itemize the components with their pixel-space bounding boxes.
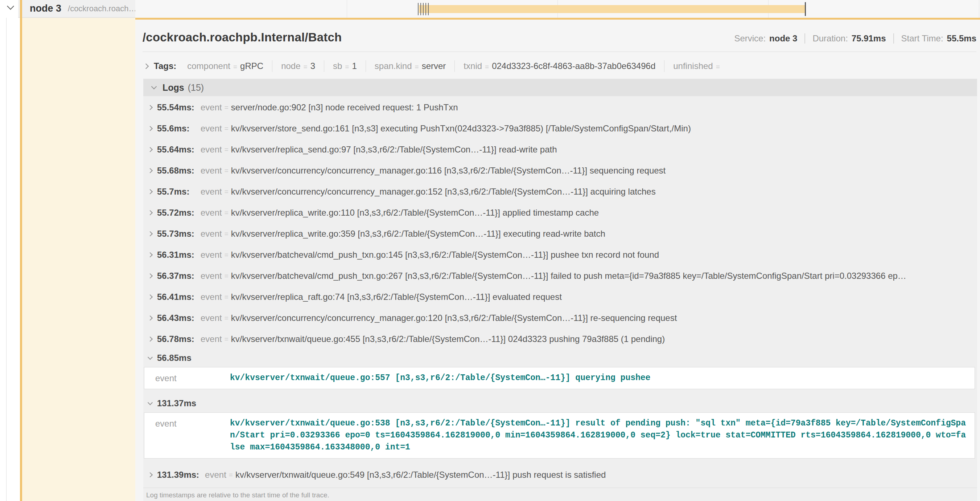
log-equals: = [224,230,229,238]
log-equals: = [224,335,229,343]
span-name-cell[interactable]: node 3 /cockroach.roach… [18,0,135,18]
log-row[interactable]: 55.54ms: event = server/node.go:902 [n3]… [143,97,977,118]
tag-item: unfinished = [664,60,732,72]
log-equals: = [224,104,229,112]
meta-label: Start Time: [901,34,943,43]
tags-toggle[interactable]: Tags: [144,61,176,71]
log-field-value: kv/kvserver/concurrency/concurrency_mana… [231,313,677,323]
tag-value: gRPC [240,61,263,71]
log-row-expanded-header[interactable]: 131.37ms [143,395,977,412]
log-row-expanded-header[interactable]: 56.85ms [143,349,977,366]
log-field-value: kv/kvserver/replica_write.go:359 [n3,s3,… [231,229,605,239]
chevron-right-icon [148,316,153,321]
log-row[interactable]: 55.68ms: event = kv/kvserver/concurrency… [143,160,977,181]
log-field-value: kv/kvserver/batcheval/cmd_push_txn.go:14… [231,250,659,260]
chevron-right-icon [148,337,153,341]
tag-item: node = 3 [272,60,324,72]
log-timestamp: 55.72ms: [157,207,195,218]
log-field-value: kv/kvserver/concurrency/concurrency_mana… [231,187,656,197]
log-row[interactable]: 56.37ms: event = kv/kvserver/batcheval/c… [143,265,977,286]
log-field-value: kv/kvserver/txnwait/queue.go:538 [n3,s3,… [230,418,968,453]
span-color-accent [20,0,22,501]
expanded-row-background [22,18,135,501]
log-equals: = [224,188,229,196]
log-timestamp: 55.64ms: [157,145,195,155]
log-field-key: event [144,418,230,453]
tag-equals: = [485,63,489,71]
log-entry-expanded: 131.37ms event kv/kvserver/txnwait/queue… [143,395,977,458]
log-field-value: kv/kvserver/concurrency/concurrency_mana… [231,166,665,176]
log-row[interactable]: 55.7ms: event = kv/kvserver/concurrency/… [143,181,977,202]
tag-value: 3 [310,61,315,71]
log-equals: = [224,209,229,217]
logs-count: (15) [188,82,204,93]
tag-item: span.kind = server [366,60,455,72]
log-field-value: server/node.go:902 [n3] node received re… [231,102,458,113]
log-row[interactable]: 55.72ms: event = kv/kvserver/replica_wri… [143,202,977,223]
log-marker-tick [428,3,429,15]
log-timestamp: 56.43ms: [157,313,195,323]
log-equals: = [229,471,233,479]
chevron-right-icon [148,472,153,477]
chevron-right-icon [148,189,153,194]
span-bar[interactable] [419,5,805,13]
meta-item: Service: node 3 [734,34,797,43]
log-equals: = [224,145,229,153]
tag-item: component = gRPC [178,60,272,72]
log-timestamp: 55.54ms: [157,102,195,113]
meta-value: 75.91ms [852,34,886,43]
timeline-ruler: 75.91ms [135,0,980,18]
log-entry-expanded: 56.85ms event kv/kvserver/txnwait/queue.… [143,349,977,389]
log-timestamp: 56.85ms [157,353,191,363]
span-meta: Service: node 3 Duration: 75.91ms Start … [734,34,976,43]
tree-guide-line [6,0,6,501]
log-row[interactable]: 56.78ms: event = kv/kvserver/txnwait/que… [143,329,977,349]
log-field-value: kv/kvserver/txnwait/queue.go:557 [n3,s3,… [230,372,650,384]
log-field-key: event [205,470,226,480]
log-marker-tick-end [805,2,806,16]
log-row[interactable]: 55.73ms: event = kv/kvserver/replica_wri… [143,223,977,244]
log-equals: = [224,124,229,132]
tag-equals: = [716,63,720,71]
log-row[interactable]: 55.64ms: event = kv/kvserver/replica_sen… [143,139,977,160]
log-field-value: kv/kvserver/replica_send.go:97 [n3,s3,r6… [231,145,557,155]
log-field-key: event [200,187,222,197]
log-timestamp: 56.37ms: [157,271,195,281]
meta-value: node 3 [769,34,797,43]
chevron-down-icon [148,400,153,405]
log-field-key: event [200,292,222,302]
span-detail-panel: /cockroach.roachpb.Internal/Batch Servic… [135,18,980,501]
log-timestamp: 55.7ms: [157,187,195,197]
log-field-value: kv/kvserver/batcheval/cmd_push_txn.go:26… [231,271,906,281]
tag-item: txnid = 024d3323-6c8f-4863-aa8b-37ab0e63… [455,60,664,72]
log-row[interactable]: 56.43ms: event = kv/kvserver/concurrency… [143,308,977,329]
log-row[interactable]: 56.41ms: event = kv/kvserver/replica_raf… [143,286,977,308]
tag-item: sb = 1 [324,60,366,72]
ruler-gridline [979,0,979,18]
log-field-value: kv/kvserver/txnwait/queue.go:549 [n3,s3,… [235,470,606,480]
log-field-value: kv/kvserver/replica_raft.go:74 [n3,s3,r6… [231,292,562,302]
log-marker-tick [420,3,421,15]
trace-row: node 3 /cockroach.roach… 75.91ms [0,0,980,18]
log-field-key: event [200,166,222,176]
log-field-value: kv/kvserver/store_send.go:161 [n3,s3] ex… [231,123,691,134]
logs-header[interactable]: Logs (15) [143,79,977,96]
log-timestamp: 56.31ms: [157,250,195,260]
log-field-key: event [200,334,222,344]
log-timestamp: 131.39ms: [157,470,199,480]
log-field-value: kv/kvserver/replica_write.go:110 [n3,s3,… [231,207,599,218]
log-row[interactable]: 56.31ms: event = kv/kvserver/batcheval/c… [143,244,977,265]
tag-key: sb [333,61,342,71]
log-field-key: event [200,145,222,155]
ruler-gridline [347,0,347,18]
span-service-name: node 3 [30,3,61,14]
chevron-down-icon[interactable] [7,3,14,10]
chevron-right-icon [148,231,153,236]
tags-row: Tags: component = gRPC node = 3 sb = 1 s… [144,60,980,72]
chevron-right-icon [143,63,149,69]
log-marker-tick [425,3,426,15]
log-timestamp: 55.73ms: [157,229,195,239]
log-row[interactable]: 55.6ms: event = kv/kvserver/store_send.g… [143,118,977,139]
log-row[interactable]: 131.39ms: event = kv/kvserver/txnwait/qu… [143,464,977,485]
log-detail-card: event kv/kvserver/txnwait/queue.go:538 [… [144,412,975,458]
